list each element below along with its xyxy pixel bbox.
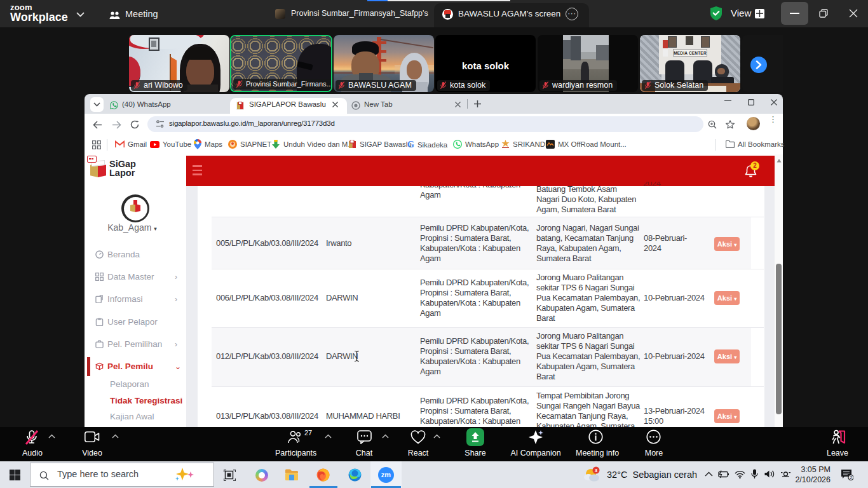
- svg-text:2: 2: [850, 475, 852, 480]
- svg-text:3: 3: [595, 468, 598, 473]
